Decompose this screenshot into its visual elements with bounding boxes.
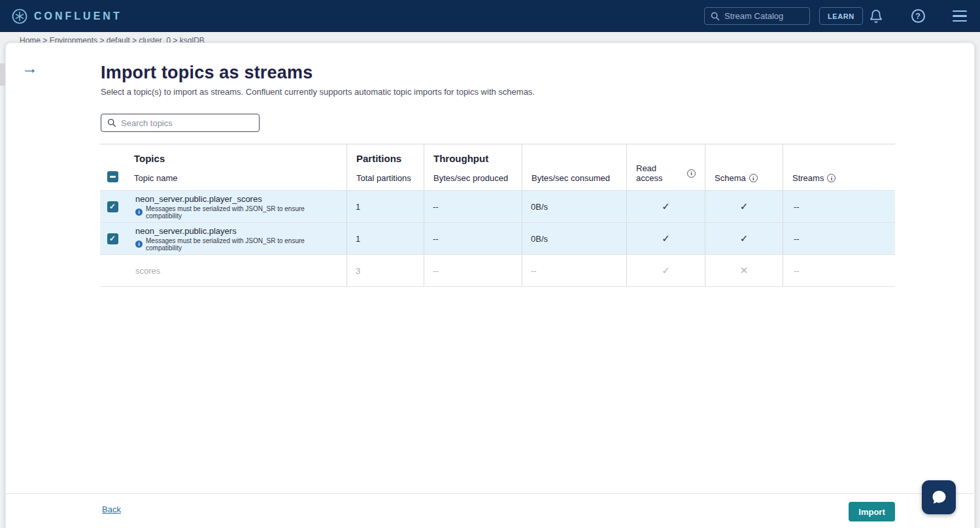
info-icon[interactable] xyxy=(827,174,836,182)
partitions-cell: 1 xyxy=(347,223,424,254)
import-topics-panel: → Import topics as streams Select a topi… xyxy=(5,42,975,528)
topic-note: Messages must be serialized with JSON_SR… xyxy=(135,205,338,220)
read-access-status-icon: ✓ xyxy=(662,265,670,276)
read-access-cell: ✓ xyxy=(627,191,705,222)
confluent-starburst-icon xyxy=(12,8,27,24)
topic-note-text: Messages must be serialized with JSON_SR… xyxy=(146,237,338,252)
topic-note-text: Messages must be serialized with JSON_SR… xyxy=(146,205,338,220)
bell-icon xyxy=(869,9,883,24)
table-row[interactable]: ✓ neon_server.public.players Messages mu… xyxy=(100,223,895,255)
top-navbar: CONFLUENT Stream Catalog LEARN ? xyxy=(0,0,980,32)
column-label-read-access: Read access xyxy=(636,163,684,183)
header-schema: Schema xyxy=(705,144,783,190)
table-body: ✓ neon_server.public.player_scores Messa… xyxy=(100,191,895,287)
row-checkbox-cell: ✓ xyxy=(100,223,125,254)
info-icon[interactable] xyxy=(749,174,758,182)
info-icon xyxy=(135,208,143,216)
indeterminate-mark-icon xyxy=(110,176,116,178)
schema-cell: ✕ xyxy=(705,255,783,286)
collapse-panel-arrow-icon[interactable]: → xyxy=(22,60,38,76)
info-icon xyxy=(135,240,143,248)
header-streams: Streams xyxy=(783,144,895,190)
row-checkbox-cell xyxy=(100,255,125,286)
header-partitions: Partitions Total partitions xyxy=(347,144,424,190)
brand-wordmark: CONFLUENT xyxy=(34,10,122,22)
info-icon[interactable] xyxy=(687,169,696,178)
row-checkbox[interactable]: ✓ xyxy=(107,233,118,244)
topic-cell: neon_server.public.players Messages must… xyxy=(125,223,347,254)
page-title: Import topics as streams xyxy=(101,63,313,83)
help-button[interactable]: ? xyxy=(905,0,931,32)
schema-status-icon: ✓ xyxy=(740,233,749,244)
confluent-logo[interactable]: CONFLUENT xyxy=(12,8,122,24)
partitions-cell: 1 xyxy=(347,191,424,222)
column-label-topic-name: Topic name xyxy=(134,173,337,183)
read-access-cell: ✓ xyxy=(627,223,705,254)
topic-name: neon_server.public.players xyxy=(135,226,237,236)
speech-bubble-icon xyxy=(930,488,948,506)
topic-name: scores xyxy=(135,266,160,276)
checkmark-icon: ✓ xyxy=(109,235,116,242)
topic-cell: scores xyxy=(125,255,347,286)
header-bytes-consumed: Bytes/sec consumed xyxy=(522,144,627,190)
streams-cell: -- xyxy=(783,255,895,286)
stream-catalog-search[interactable]: Stream Catalog xyxy=(704,7,810,25)
main-menu-button[interactable] xyxy=(947,0,973,32)
topic-name: neon_server.public.player_scores xyxy=(135,194,262,204)
read-access-status-icon: ✓ xyxy=(662,233,670,244)
streams-cell: -- xyxy=(783,191,895,222)
search-topics-placeholder: Search topics xyxy=(121,118,173,128)
bytes-consumed-cell: 0B/s xyxy=(522,191,627,222)
group-label-topics: Topics xyxy=(134,153,337,164)
question-mark-icon: ? xyxy=(911,9,925,23)
schema-status-icon: ✕ xyxy=(740,265,749,276)
group-label-throughput: Throughput xyxy=(433,153,513,164)
topics-table: Topics Topic name Partitions Total parti… xyxy=(100,144,895,287)
bytes-produced-cell: -- xyxy=(424,191,522,222)
group-label-partitions: Partitions xyxy=(356,153,414,164)
streams-cell: -- xyxy=(783,223,895,254)
page-subtitle: Select a topic(s) to import as streams. … xyxy=(101,87,535,97)
header-checkbox-cell xyxy=(100,144,125,190)
checkmark-icon: ✓ xyxy=(109,203,116,210)
schema-status-icon: ✓ xyxy=(740,201,749,212)
search-icon xyxy=(711,12,720,21)
header-topics: Topics Topic name xyxy=(125,144,347,190)
import-button[interactable]: Import xyxy=(849,502,895,521)
column-label-total-partitions: Total partitions xyxy=(356,173,414,183)
stream-catalog-placeholder: Stream Catalog xyxy=(724,11,783,21)
bytes-produced-cell: -- xyxy=(424,255,522,286)
row-checkbox[interactable]: ✓ xyxy=(107,201,118,212)
select-all-checkbox[interactable] xyxy=(107,171,118,182)
panel-footer: Back Import xyxy=(6,493,974,528)
table-row[interactable]: ✓ neon_server.public.player_scores Messa… xyxy=(100,191,895,223)
read-access-cell: ✓ xyxy=(627,255,705,286)
column-label-streams: Streams xyxy=(792,173,824,183)
bytes-produced-cell: -- xyxy=(424,223,522,254)
partitions-cell: 3 xyxy=(347,255,424,286)
chat-widget-button[interactable] xyxy=(922,480,956,514)
table-header: Topics Topic name Partitions Total parti… xyxy=(100,144,895,191)
column-label-bytes-produced: Bytes/sec produced xyxy=(433,173,513,183)
search-icon xyxy=(107,118,116,127)
column-label-schema: Schema xyxy=(715,173,746,183)
notifications-button[interactable] xyxy=(863,0,889,32)
row-checkbox-cell: ✓ xyxy=(100,191,125,222)
schema-cell: ✓ xyxy=(705,191,783,222)
read-access-status-icon: ✓ xyxy=(662,201,670,212)
topic-cell: neon_server.public.player_scores Message… xyxy=(125,191,347,222)
learn-button[interactable]: LEARN xyxy=(819,7,863,25)
header-read-access: Read access xyxy=(627,144,705,190)
bytes-consumed-cell: -- xyxy=(522,255,627,286)
schema-cell: ✓ xyxy=(705,223,783,254)
page-edge-tab xyxy=(0,63,5,86)
table-row: scores 3 -- -- ✓ ✕ -- xyxy=(100,255,895,287)
header-bytes-produced: Throughput Bytes/sec produced xyxy=(424,144,522,190)
back-link[interactable]: Back xyxy=(102,504,121,514)
column-label-bytes-consumed: Bytes/sec consumed xyxy=(532,173,617,183)
topic-note: Messages must be serialized with JSON_SR… xyxy=(135,237,338,252)
hamburger-icon xyxy=(953,10,967,22)
bytes-consumed-cell: 0B/s xyxy=(522,223,627,254)
search-topics-input[interactable]: Search topics xyxy=(101,114,260,132)
